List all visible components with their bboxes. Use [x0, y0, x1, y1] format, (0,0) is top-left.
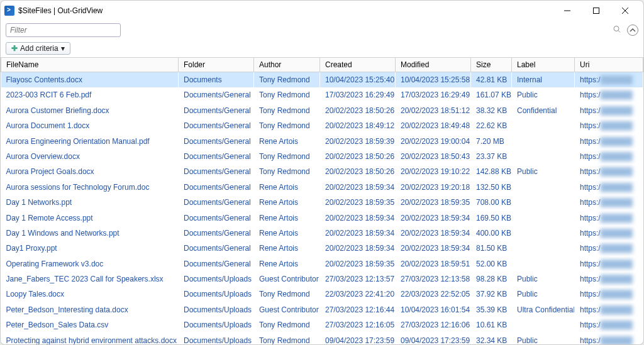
cell-modified: 20/02/2023 19:00:04: [396, 134, 471, 149]
cell-modified: 20/02/2023 19:10:22: [396, 164, 471, 179]
cell-created: 09/04/2023 17:23:59: [320, 333, 396, 344]
cell-uri: https:/██████: [575, 149, 643, 164]
cell-filename: Operating Framework v3.doc: [1, 256, 179, 271]
table-row[interactable]: Day1 Proxy.pptDocuments/GeneralRene Arto…: [1, 241, 643, 256]
cell-uri: https:/██████: [575, 195, 643, 210]
table-row[interactable]: Jane_Fabers_TEC 2023 Call for Speakers.x…: [1, 271, 643, 287]
cell-author: Rene Artois: [254, 134, 320, 149]
table-row[interactable]: 2023-003 RCIT 6 Feb.pdfDocuments/General…: [1, 87, 643, 102]
cell-created: 10/04/2023 15:25:40: [320, 72, 396, 88]
cell-modified: 20/02/2023 18:59:35: [396, 195, 471, 210]
cell-uri: https:/██████: [575, 333, 643, 344]
cell-created: 20/02/2023 18:50:26: [320, 103, 396, 118]
add-criteria-button[interactable]: ✚ Add criteria ▾: [6, 42, 70, 55]
cell-created: 20/02/2023 18:59:34: [320, 241, 396, 256]
cell-label: [512, 195, 575, 210]
maximize-button[interactable]: [582, 2, 611, 19]
table-row[interactable]: Day 1 Windows and Networks.pptDocuments/…: [1, 226, 643, 241]
cell-folder: Documents/General: [179, 226, 254, 241]
col-header-size[interactable]: Size: [471, 58, 512, 72]
cell-size: 132.50 KB: [471, 180, 512, 195]
table-row[interactable]: Day 1 Networks.pptDocuments/GeneralRene …: [1, 195, 643, 210]
cell-filename: Day1 Proxy.ppt: [1, 241, 179, 256]
cell-created: 20/02/2023 18:59:35: [320, 256, 396, 271]
cell-size: 400.00 KB: [471, 226, 512, 241]
redacted-text: ██████: [601, 260, 633, 268]
col-header-created[interactable]: Created: [320, 58, 396, 72]
cell-uri: https:/██████: [575, 241, 643, 256]
cell-uri: https:/██████: [575, 180, 643, 195]
cell-author: Tony Redmond: [254, 164, 320, 179]
cell-created: 17/03/2023 16:29:49: [320, 87, 396, 102]
table-row[interactable]: Aurora Project Goals.docxDocuments/Gener…: [1, 164, 643, 179]
cell-filename: Peter_Bedson_Sales Data.csv: [1, 317, 179, 332]
cell-label: Confidential: [512, 103, 575, 118]
plus-icon: ✚: [11, 44, 18, 53]
cell-folder: Documents/Uploads: [179, 302, 254, 317]
window-controls: [553, 2, 640, 19]
chevron-up-icon: [630, 27, 636, 33]
cell-filename: Aurora Overview.docx: [1, 149, 179, 164]
expand-toggle-button[interactable]: [627, 25, 638, 36]
cell-uri: https:/██████: [575, 302, 643, 317]
cell-size: 23.37 KB: [471, 149, 512, 164]
cell-author: Rene Artois: [254, 226, 320, 241]
cell-uri: https:/██████: [575, 134, 643, 149]
table-row[interactable]: Aurora sessions for Technology Forum.doc…: [1, 180, 643, 195]
table-row[interactable]: Aurora Engineering Orientation Manual.pd…: [1, 134, 643, 149]
cell-modified: 10/04/2023 16:01:54: [396, 302, 471, 317]
cell-author: Tony Redmond: [254, 333, 320, 344]
table-row[interactable]: Flayosc Contents.docxDocumentsTony Redmo…: [1, 72, 643, 88]
search-icon: [613, 26, 621, 35]
filter-row: [1, 21, 643, 40]
redacted-text: ██████: [601, 75, 633, 84]
cell-filename: Peter_Bedson_Interesting data.docx: [1, 302, 179, 317]
cell-size: 7.20 MB: [471, 134, 512, 149]
powershell-icon: [4, 6, 14, 16]
table-row[interactable]: Day 1 Remote Access.pptDocuments/General…: [1, 211, 643, 226]
filter-input[interactable]: [6, 23, 121, 37]
header-row: FileName Folder Author Created Modified …: [1, 58, 643, 72]
col-header-filename[interactable]: FileName: [1, 58, 179, 72]
cell-uri: https:/██████: [575, 103, 643, 118]
table-row[interactable]: Peter_Bedson_Interesting data.docxDocume…: [1, 302, 643, 317]
chevron-down-icon: ▾: [61, 44, 65, 53]
col-header-folder[interactable]: Folder: [179, 58, 254, 72]
cell-filename: Aurora sessions for Technology Forum.doc: [1, 180, 179, 195]
col-header-uri[interactable]: Uri: [575, 58, 643, 72]
col-header-label[interactable]: Label: [512, 58, 575, 72]
table-row[interactable]: Peter_Bedson_Sales Data.csvDocuments/Upl…: [1, 317, 643, 332]
table-row[interactable]: Aurora Document 1.docxDocuments/GeneralT…: [1, 118, 643, 133]
add-criteria-label: Add criteria: [20, 44, 58, 53]
table-row[interactable]: Operating Framework v3.docDocuments/Gene…: [1, 256, 643, 271]
table-row[interactable]: Loopy Tales.docxDocuments/UploadsTony Re…: [1, 287, 643, 302]
cell-modified: 20/02/2023 18:59:34: [396, 241, 471, 256]
cell-folder: Documents: [179, 72, 254, 88]
cell-created: 20/02/2023 18:59:35: [320, 195, 396, 210]
cell-uri: https:/██████: [575, 271, 643, 287]
cell-size: 98.28 KB: [471, 271, 512, 287]
cell-modified: 27/03/2023 12:16:06: [396, 317, 471, 332]
cell-folder: Documents/Uploads: [179, 333, 254, 344]
cell-created: 27/03/2023 12:13:57: [320, 271, 396, 287]
cell-filename: Day 1 Windows and Networks.ppt: [1, 226, 179, 241]
minimize-button[interactable]: [553, 2, 582, 19]
col-header-author[interactable]: Author: [254, 58, 320, 72]
cell-modified: 09/04/2023 17:23:59: [396, 333, 471, 344]
cell-author: Guest Contributor: [254, 302, 320, 317]
table-row[interactable]: Aurora Customer Briefing.docxDocuments/G…: [1, 103, 643, 118]
cell-author: Tony Redmond: [254, 72, 320, 88]
table-row[interactable]: Protecting against hybrid environment at…: [1, 333, 643, 344]
data-grid[interactable]: FileName Folder Author Created Modified …: [1, 57, 643, 344]
table-row[interactable]: Aurora Overview.docxDocuments/GeneralTon…: [1, 149, 643, 164]
cell-modified: 20/02/2023 18:59:34: [396, 211, 471, 226]
cell-created: 20/02/2023 18:59:39: [320, 134, 396, 149]
cell-modified: 27/03/2023 12:13:58: [396, 271, 471, 287]
cell-uri: https:/██████: [575, 72, 643, 88]
cell-folder: Documents/General: [179, 134, 254, 149]
cell-folder: Documents/General: [179, 180, 254, 195]
cell-uri: https:/██████: [575, 256, 643, 271]
close-button[interactable]: [611, 2, 640, 19]
cell-label: [512, 211, 575, 226]
col-header-modified[interactable]: Modified: [396, 58, 471, 72]
